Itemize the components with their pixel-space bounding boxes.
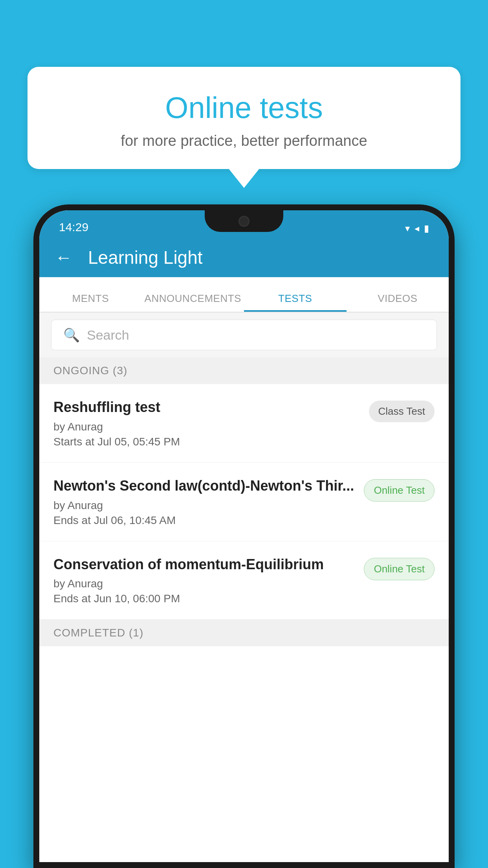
test-badge-2: Online Test xyxy=(364,479,435,502)
test-item-2[interactable]: Newton's Second law(contd)-Newton's Thir… xyxy=(39,463,449,541)
test-badge-3: Online Test xyxy=(364,558,435,580)
tab-videos[interactable]: VIDEOS xyxy=(347,292,449,312)
tab-announcements[interactable]: ANNOUNCEMENTS xyxy=(142,292,244,312)
tab-tests[interactable]: TESTS xyxy=(244,292,347,312)
test-author-1: by Anurag xyxy=(53,421,361,433)
phone-notch xyxy=(205,210,283,232)
test-info-3: Conservation of momentum-Equilibrium by … xyxy=(53,555,356,605)
search-container: 🔍 Search xyxy=(39,313,449,357)
tab-ments[interactable]: MENTS xyxy=(39,292,142,312)
test-list: Reshuffling test by Anurag Starts at Jul… xyxy=(39,384,449,620)
tab-bar: MENTS ANNOUNCEMENTS TESTS VIDEOS xyxy=(39,277,449,313)
app-title: Learning Light xyxy=(88,247,203,268)
test-badge-1: Class Test xyxy=(369,401,435,422)
front-camera xyxy=(238,216,250,227)
test-time-1: Starts at Jul 05, 05:45 PM xyxy=(53,436,361,448)
speech-bubble-title: Online tests xyxy=(47,90,441,125)
status-time: 14:29 xyxy=(59,221,88,234)
test-info-2: Newton's Second law(contd)-Newton's Thir… xyxy=(53,477,356,527)
status-icons: ▾ ◂ ▮ xyxy=(405,223,429,234)
test-item-1[interactable]: Reshuffling test by Anurag Starts at Jul… xyxy=(39,384,449,463)
search-input[interactable]: Search xyxy=(87,327,129,343)
search-icon: 🔍 xyxy=(63,327,80,343)
test-info-1: Reshuffling test by Anurag Starts at Jul… xyxy=(53,398,361,448)
test-author-2: by Anurag xyxy=(53,499,356,512)
ongoing-section-header: ONGOING (3) xyxy=(39,357,449,384)
completed-section-header: COMPLETED (1) xyxy=(39,620,449,646)
speech-bubble: Online tests for more practice, better p… xyxy=(28,67,460,169)
back-button[interactable]: ← xyxy=(55,248,72,267)
speech-bubble-subtitle: for more practice, better performance xyxy=(47,132,441,149)
test-title-3: Conservation of momentum-Equilibrium xyxy=(53,555,356,574)
test-title-2: Newton's Second law(contd)-Newton's Thir… xyxy=(53,477,356,495)
phone-screen: 14:29 ▾ ◂ ▮ ← Learning Light MENTS ANNOU… xyxy=(39,210,449,862)
test-item-3[interactable]: Conservation of momentum-Equilibrium by … xyxy=(39,541,449,620)
test-time-3: Ends at Jun 10, 06:00 PM xyxy=(53,592,356,605)
app-header: ← Learning Light xyxy=(39,238,449,277)
test-author-3: by Anurag xyxy=(53,577,356,590)
test-time-2: Ends at Jul 06, 10:45 AM xyxy=(53,514,356,527)
test-title-1: Reshuffling test xyxy=(53,398,361,417)
wifi-icon: ▾ xyxy=(405,223,410,234)
signal-icon: ◂ xyxy=(415,223,419,234)
phone-frame: 14:29 ▾ ◂ ▮ ← Learning Light MENTS ANNOU… xyxy=(33,204,455,868)
search-bar[interactable]: 🔍 Search xyxy=(51,320,437,350)
battery-icon: ▮ xyxy=(424,223,429,234)
